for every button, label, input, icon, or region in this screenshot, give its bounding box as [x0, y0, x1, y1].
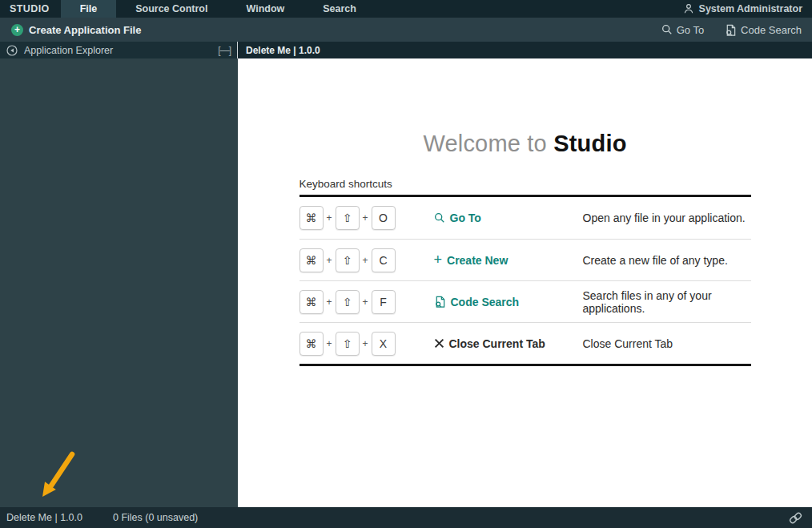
key-combo: ⌘ + ⇧ + X	[299, 332, 434, 356]
key-command: ⌘	[299, 290, 324, 314]
subheader-row: Application Explorer [—] Delete Me | 1.0…	[0, 42, 812, 58]
create-application-file-label: Create Application File	[29, 24, 141, 36]
keyboard-shortcuts-label: Keyboard shortcuts	[299, 178, 751, 190]
key-letter: F	[372, 290, 396, 314]
search-icon	[434, 212, 445, 224]
create-new-link-label: Create New	[447, 254, 508, 267]
key-shift: ⇧	[336, 332, 360, 356]
menu-source-control[interactable]: Source Control	[116, 0, 227, 18]
welcome-title: Welcome to Studio	[238, 131, 812, 157]
key-separator: +	[363, 255, 368, 266]
close-icon	[434, 338, 444, 349]
key-letter: X	[372, 332, 396, 356]
menubar: STUDIO File Source Control Window Search…	[0, 0, 812, 18]
key-command: ⌘	[299, 248, 324, 272]
studio-app-window: STUDIO File Source Control Window Search…	[0, 0, 812, 528]
key-combo: ⌘ + ⇧ + O	[299, 206, 434, 230]
shortcut-row-close-tab: ⌘ + ⇧ + X	[299, 322, 751, 364]
code-search-link[interactable]: Code Search	[434, 296, 583, 308]
key-combo: ⌘ + ⇧ + F	[299, 290, 434, 314]
plus-icon: +	[434, 252, 443, 267]
search-icon	[661, 24, 673, 35]
key-separator: +	[327, 255, 332, 266]
menu-search[interactable]: Search	[303, 0, 376, 18]
menu-window[interactable]: Window	[227, 0, 303, 18]
shortcut-description: Close Current Tab	[583, 337, 751, 350]
shortcut-table: ⌘ + ⇧ + O	[299, 195, 751, 366]
key-separator: +	[327, 338, 332, 349]
code-search-icon	[434, 296, 446, 308]
code-search-button[interactable]: Code Search	[714, 18, 812, 42]
goto-link-label: Go To	[450, 212, 481, 224]
key-separator: +	[363, 338, 368, 349]
plus-circle-icon: +	[11, 24, 23, 36]
key-shift: ⇧	[336, 206, 360, 230]
shortcut-row-goto: ⌘ + ⇧ + O	[299, 197, 751, 239]
key-command: ⌘	[299, 206, 324, 230]
code-search-icon	[725, 24, 737, 36]
tab-delete-me[interactable]: Delete Me | 1.0.0	[238, 42, 328, 58]
create-new-link[interactable]: + Create New	[434, 254, 583, 267]
key-shift: ⇧	[336, 290, 360, 314]
goto-label: Go To	[677, 24, 704, 36]
shortcut-row-create-new: ⌘ + ⇧ + C + Create New Create a new file…	[299, 239, 751, 280]
goto-button[interactable]: Go To	[651, 18, 714, 42]
statusbar-files-summary: 0 Files (0 unsaved)	[113, 512, 198, 523]
panel-collapse-button[interactable]: [—]	[218, 45, 231, 56]
shortcut-description: Create a new file of any type.	[583, 254, 751, 267]
app-brand[interactable]: STUDIO	[0, 0, 61, 18]
person-icon	[683, 3, 694, 14]
welcome-main-area: Welcome to Studio Keyboard shortcuts ⌘ +…	[238, 58, 812, 507]
shortcut-row-code-search: ⌘ + ⇧ + F	[299, 280, 751, 322]
key-shift: ⇧	[336, 248, 360, 272]
close-current-tab-link[interactable]: Close Current Tab	[434, 337, 583, 350]
key-separator: +	[363, 296, 368, 308]
statusbar: Delete Me | 1.0.0 0 Files (0 unsaved)	[0, 507, 812, 528]
application-explorer-title: Application Explorer	[24, 45, 211, 56]
shortcut-description: Open any file in your application.	[583, 212, 751, 224]
key-letter: O	[372, 206, 396, 230]
menubar-spacer	[376, 0, 673, 18]
close-current-tab-link-label: Close Current Tab	[449, 337, 545, 350]
statusbar-file-label: Delete Me | 1.0.0	[6, 512, 82, 523]
code-search-link-label: Code Search	[451, 296, 520, 308]
create-application-file-button[interactable]: + Create Application File	[0, 18, 151, 42]
goto-link[interactable]: Go To	[434, 212, 583, 224]
application-explorer-header: Application Explorer [—]	[0, 42, 238, 58]
link-status-icon	[789, 511, 802, 525]
application-explorer-panel	[0, 58, 238, 507]
welcome-title-emphasis: Studio	[553, 131, 626, 156]
key-separator: +	[327, 212, 332, 224]
collapse-circle-arrow-icon[interactable]	[6, 45, 18, 56]
menu-file[interactable]: File	[61, 0, 117, 18]
code-search-label: Code Search	[741, 24, 802, 36]
user-label: System Administrator	[699, 3, 802, 14]
body-row: Welcome to Studio Keyboard shortcuts ⌘ +…	[0, 58, 812, 507]
key-combo: ⌘ + ⇧ + C	[299, 248, 434, 272]
welcome-title-prefix: Welcome to	[423, 131, 547, 156]
tab-strip: Delete Me | 1.0.0	[238, 42, 812, 58]
key-separator: +	[363, 212, 368, 224]
user-menu[interactable]: System Administrator	[673, 0, 812, 18]
key-separator: +	[327, 296, 332, 308]
keyboard-shortcuts-section: Keyboard shortcuts ⌘ + ⇧ + O	[299, 178, 751, 366]
key-command: ⌘	[299, 332, 324, 356]
shortcut-description: Search files in any of your applications…	[583, 289, 751, 315]
key-letter: C	[372, 248, 396, 272]
toolbar: + Create Application File Go To	[0, 18, 812, 42]
